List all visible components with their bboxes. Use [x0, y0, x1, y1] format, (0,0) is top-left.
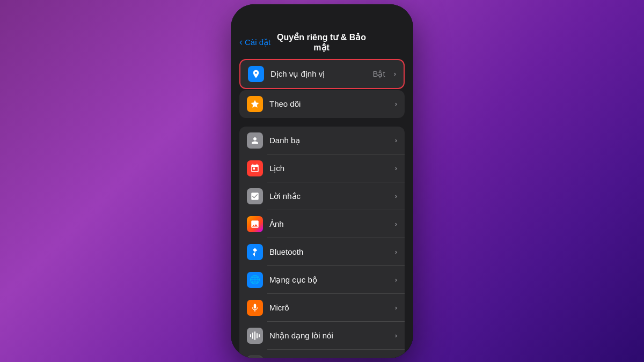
status-bar — [231, 4, 413, 28]
photos-row[interactable]: Ảnh › — [239, 210, 405, 238]
camera-row[interactable]: Camera › — [239, 350, 405, 358]
wave-bar-5 — [259, 334, 260, 337]
reminders-chevron: › — [395, 192, 397, 200]
phone-container: ‹ Cài đặt Quyền riêng tư & Bảo mật Dịch … — [231, 4, 413, 358]
bluetooth-label: Bluetooth — [269, 247, 389, 256]
back-label: Cài đặt — [245, 38, 270, 47]
reminders-icon — [247, 188, 263, 204]
tracking-chevron: › — [395, 100, 397, 108]
permissions-list-group: Danh bạ › Lịch › — [239, 127, 405, 358]
reminders-row[interactable]: Lời nhắc › — [239, 182, 405, 210]
reminders-label: Lời nhắc — [269, 191, 389, 201]
bluetooth-icon — [247, 244, 263, 260]
local-network-chevron: › — [395, 276, 397, 284]
speech-row[interactable]: Nhận dạng lời nói › — [239, 322, 405, 350]
contacts-row[interactable]: Danh bạ › — [239, 127, 405, 154]
page-title: Quyền riêng tư & Bảo mật — [270, 32, 372, 53]
location-services-icon — [248, 66, 264, 82]
nav-header: ‹ Cài đặt Quyền riêng tư & Bảo mật — [231, 28, 413, 59]
location-services-value: Bật — [372, 69, 385, 79]
location-services-label: Dịch vụ định vị — [270, 69, 366, 79]
contacts-chevron: › — [395, 136, 397, 144]
top-section: Dịch vụ định vị Bật › — [231, 59, 413, 89]
microphone-chevron: › — [395, 304, 397, 312]
contacts-label: Danh bạ — [269, 136, 389, 145]
camera-icon — [247, 356, 263, 358]
tracking-label: Theo dõi — [269, 99, 389, 108]
speech-chevron: › — [395, 331, 397, 339]
wave-bar-2 — [252, 333, 253, 339]
location-services-chevron: › — [394, 70, 396, 78]
speech-label: Nhận dạng lời nói — [269, 331, 389, 341]
back-chevron-icon: ‹ — [239, 36, 243, 48]
wave-bar-4 — [257, 333, 258, 338]
wave-bar-3 — [254, 331, 255, 340]
photos-chevron: › — [395, 220, 397, 228]
highlighted-location-item: Dịch vụ định vị Bật › — [239, 59, 405, 89]
tracking-icon — [247, 96, 263, 112]
photos-icon — [247, 216, 263, 232]
microphone-label: Micrô — [269, 303, 389, 312]
phone-screen: ‹ Cài đặt Quyền riêng tư & Bảo mật Dịch … — [231, 4, 413, 358]
calendar-label: Lịch — [269, 164, 389, 173]
content-area: Dịch vụ định vị Bật › Theo dõ — [231, 59, 413, 358]
bluetooth-chevron: › — [395, 248, 397, 256]
wave-bar-1 — [250, 334, 251, 337]
contacts-icon — [247, 132, 263, 149]
back-button[interactable]: ‹ Cài đặt — [239, 36, 270, 48]
partial-section: Theo dõi › — [231, 90, 413, 118]
microphone-icon — [247, 300, 263, 316]
local-network-row[interactable]: 🌐 Mạng cục bộ › — [239, 266, 405, 294]
calendar-chevron: › — [395, 164, 397, 172]
tracking-item-container: Theo dõi › — [239, 90, 405, 118]
local-network-label: Mạng cục bộ — [269, 275, 389, 285]
local-network-icon: 🌐 — [247, 272, 263, 288]
calendar-icon — [247, 160, 263, 176]
main-list: Danh bạ › Lịch › — [231, 127, 413, 358]
tracking-row[interactable]: Theo dõi › — [239, 90, 405, 118]
speech-icon — [247, 328, 263, 344]
location-services-row[interactable]: Dịch vụ định vị Bật › — [240, 60, 404, 88]
calendar-row[interactable]: Lịch › — [239, 154, 405, 182]
microphone-row[interactable]: Micrô › — [239, 294, 405, 322]
bluetooth-row[interactable]: Bluetooth › — [239, 238, 405, 266]
photos-label: Ảnh — [269, 219, 389, 229]
